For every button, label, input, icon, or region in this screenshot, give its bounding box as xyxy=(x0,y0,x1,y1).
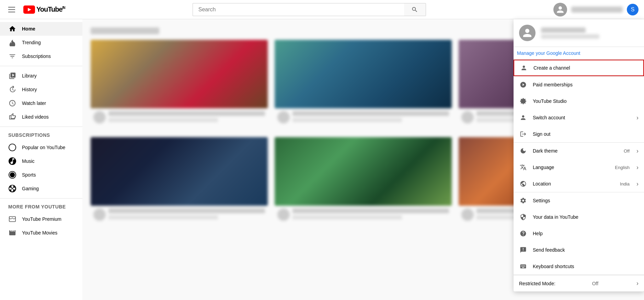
dropdown-label-dark-theme: Dark theme xyxy=(533,148,618,154)
sidebar-label-home: Home xyxy=(22,26,35,32)
sidebar-item-trending[interactable]: Trending xyxy=(0,36,82,49)
video-title-2 xyxy=(292,111,449,116)
moon-icon xyxy=(519,147,527,155)
youtube-logo-icon xyxy=(23,5,35,14)
video-title-4 xyxy=(108,208,265,213)
dropdown-item-sign-out[interactable]: Sign out xyxy=(514,126,644,142)
sidebar-item-premium[interactable]: YouTube Premium xyxy=(0,212,82,226)
divider-2 xyxy=(0,127,82,127)
header-right: S xyxy=(553,3,639,16)
dropdown-item-switch-account[interactable]: Switch account › xyxy=(514,109,644,126)
dropdown-item-dark-theme[interactable]: Dark theme Off › xyxy=(514,143,644,159)
dropdown-label-keyboard-shortcuts: Keyboard shortcuts xyxy=(533,264,639,269)
translate-icon xyxy=(519,163,527,171)
dropdown-item-create-channel[interactable]: Create a channel xyxy=(514,60,644,76)
dropdown-item-paid-memberships[interactable]: Paid memberships xyxy=(514,76,644,93)
restricted-mode-label: Restricted Mode: xyxy=(519,281,555,286)
sidebar: Home Trending Subscriptions Library Hist… xyxy=(0,19,82,300)
liked-videos-icon xyxy=(8,113,16,121)
globe-icon xyxy=(519,180,527,188)
dropdown-label-create-channel: Create a channel xyxy=(533,65,638,71)
sidebar-item-gaming[interactable]: Gaming xyxy=(0,182,82,195)
manage-google-account-link[interactable]: Manage your Google Account xyxy=(514,47,584,59)
keyboard-icon xyxy=(519,262,527,271)
watch-later-icon xyxy=(8,99,16,107)
hamburger-menu[interactable] xyxy=(5,4,18,15)
dropdown-item-location[interactable]: Location India › xyxy=(514,176,644,192)
divider-3 xyxy=(0,198,82,199)
dropdown-user-name xyxy=(541,27,586,33)
dropdown-item-settings[interactable]: Settings xyxy=(514,192,644,209)
account-name xyxy=(571,7,623,13)
svg-rect-2 xyxy=(9,217,15,222)
dropdown-label-send-feedback: Send feedback xyxy=(533,247,639,253)
sidebar-item-movies[interactable]: YouTube Movies xyxy=(0,226,82,240)
home-icon xyxy=(8,25,16,33)
dropdown-item-send-feedback[interactable]: Send feedback xyxy=(514,242,644,258)
video-card-1[interactable] xyxy=(91,40,268,126)
restricted-mode-value: Off xyxy=(592,281,598,286)
video-sub-4 xyxy=(108,215,218,219)
dropdown-label-switch-account: Switch account xyxy=(533,115,631,120)
sidebar-item-popular[interactable]: Popular on YouTube xyxy=(0,141,82,154)
dropdown-item-youtube-studio[interactable]: YouTube Studio xyxy=(514,93,644,109)
restricted-mode-row[interactable]: Restricted Mode: Off › xyxy=(514,275,644,291)
switch-icon xyxy=(519,113,527,122)
sidebar-item-watch-later[interactable]: Watch later xyxy=(0,96,82,110)
sidebar-item-home[interactable]: Home xyxy=(0,22,82,36)
search-icon xyxy=(411,6,418,13)
sidebar-label-movies: YouTube Movies xyxy=(22,230,57,236)
dropdown-header xyxy=(514,19,644,47)
youtube-logo[interactable]: YouTubeIN xyxy=(23,5,65,14)
logo-text: YouTubeIN xyxy=(36,5,65,13)
video-title-5 xyxy=(292,208,449,213)
user-initial-avatar[interactable]: S xyxy=(627,4,639,15)
dropdown-item-your-data[interactable]: Your data in YouTube xyxy=(514,209,644,225)
search-bar xyxy=(79,3,540,16)
dropdown-label-language: Language xyxy=(533,165,609,170)
dropdown-user-email xyxy=(541,34,599,39)
dark-theme-arrow: › xyxy=(636,147,639,155)
video-card-2[interactable] xyxy=(275,40,452,126)
shield-icon xyxy=(519,213,527,221)
sidebar-item-music[interactable]: Music xyxy=(0,154,82,168)
dropdown-item-help[interactable]: Help xyxy=(514,225,644,242)
dropdown-item-keyboard-shortcuts[interactable]: Keyboard shortcuts xyxy=(514,258,644,275)
sidebar-label-history: History xyxy=(22,87,37,92)
sidebar-label-watch-later: Watch later xyxy=(22,100,46,106)
video-thumbnail-2 xyxy=(275,40,452,108)
channel-icon-2 xyxy=(277,111,290,123)
channel-icon-5 xyxy=(277,208,290,221)
video-title-1 xyxy=(108,111,265,116)
movies-icon xyxy=(8,229,16,237)
library-icon xyxy=(8,72,16,80)
avatar-icon xyxy=(556,5,564,14)
sidebar-label-popular: Popular on YouTube xyxy=(22,145,65,150)
sidebar-label-sports: Sports xyxy=(22,172,36,178)
dropdown-avatar-icon xyxy=(522,28,532,38)
channel-icon-1 xyxy=(93,111,106,123)
studio-icon xyxy=(519,97,527,105)
search-input[interactable] xyxy=(193,3,404,16)
search-button[interactable] xyxy=(404,3,426,16)
channel-icon-6 xyxy=(461,208,474,221)
sidebar-item-sports[interactable]: Sports xyxy=(0,168,82,182)
subscriptions-section-title: SUBSCRIPTIONS xyxy=(0,130,82,141)
user-avatar[interactable] xyxy=(553,3,567,16)
video-card-5[interactable] xyxy=(275,137,452,224)
sidebar-label-premium: YouTube Premium xyxy=(22,216,61,222)
video-sub-2 xyxy=(292,118,402,122)
header-left: YouTubeIN xyxy=(5,4,65,15)
person-add-icon xyxy=(520,64,528,72)
dropdown-item-language[interactable]: Language English › xyxy=(514,159,644,176)
sidebar-label-gaming: Gaming xyxy=(22,186,39,191)
logo-wordmark: YouTube xyxy=(36,5,62,13)
sidebar-item-library[interactable]: Library xyxy=(0,69,82,83)
video-card-4[interactable] xyxy=(91,137,268,224)
dark-theme-value: Off xyxy=(624,148,630,154)
sidebar-item-liked-videos[interactable]: Liked videos xyxy=(0,110,82,124)
video-sub-5 xyxy=(292,215,402,219)
sidebar-item-history[interactable]: History xyxy=(0,83,82,96)
dropdown-label-your-data: Your data in YouTube xyxy=(533,214,639,220)
sidebar-item-subscriptions[interactable]: Subscriptions xyxy=(0,49,82,63)
